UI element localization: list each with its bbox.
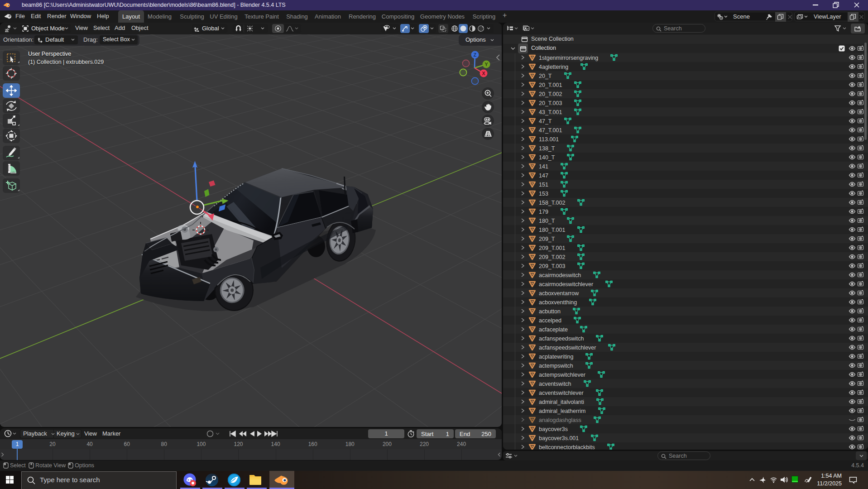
svg-text:X: X <box>482 71 485 76</box>
svg-text:Z: Z <box>474 52 477 58</box>
svg-text:Y: Y <box>484 62 488 67</box>
